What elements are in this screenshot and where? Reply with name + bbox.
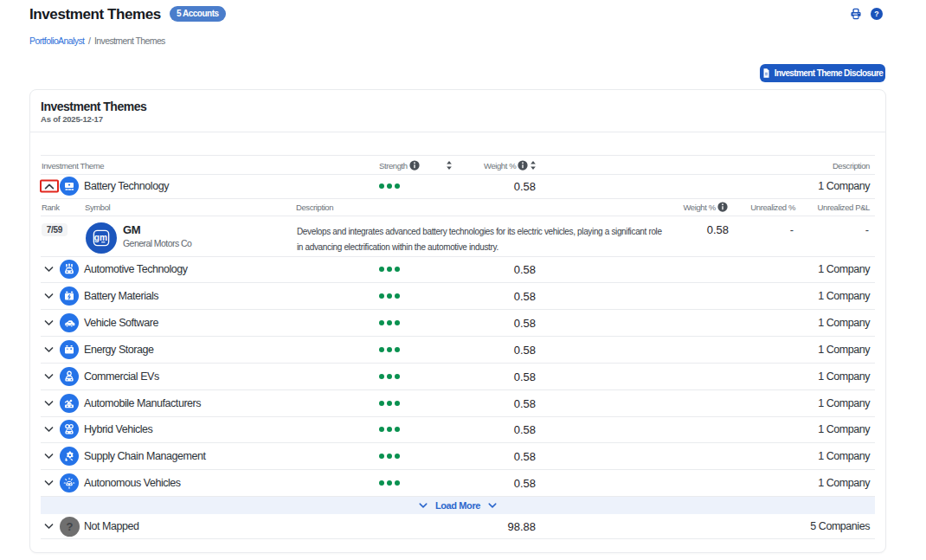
svg-text:gm: gm <box>94 233 107 242</box>
svg-text:?: ? <box>874 10 878 18</box>
